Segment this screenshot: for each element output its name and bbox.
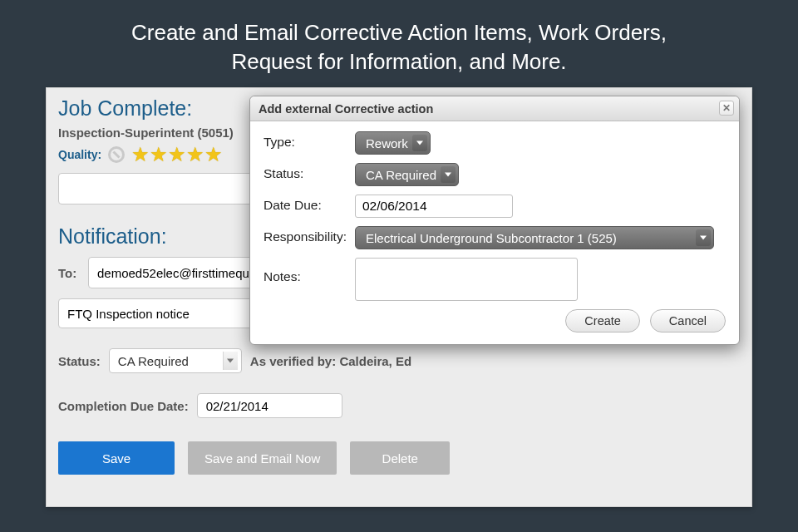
status-row: Status: CA Required As verified by: Cald… (58, 348, 740, 373)
responsibility-select-value: Electrical Underground Subcontractor 1 (… (366, 231, 617, 245)
banner-line-1: Create and Email Corrective Action Items… (131, 20, 667, 45)
modal-status-select[interactable]: CA Required (355, 163, 459, 186)
responsibility-select[interactable]: Electrical Underground Subcontractor 1 (… (355, 226, 714, 249)
notes-textarea[interactable] (355, 258, 578, 301)
create-button[interactable]: Create (565, 309, 640, 332)
save-button[interactable]: Save (58, 441, 175, 475)
completion-due-row: Completion Due Date: (58, 393, 740, 418)
completion-due-input[interactable] (197, 393, 342, 418)
star-icon[interactable]: ★ (168, 145, 186, 165)
completion-due-label: Completion Due Date: (58, 399, 189, 413)
marketing-banner: Create and Email Corrective Action Items… (0, 0, 798, 91)
star-icon[interactable]: ★ (204, 145, 223, 165)
date-due-input[interactable] (355, 195, 513, 218)
delete-button[interactable]: Delete (350, 441, 450, 475)
status-select[interactable]: CA Required (109, 348, 242, 373)
chevron-down-icon (412, 135, 427, 151)
to-label: To: (58, 266, 81, 280)
type-select-value: Rework (366, 136, 408, 150)
quality-label: Quality: (58, 148, 101, 161)
star-icon[interactable]: ★ (131, 145, 150, 165)
modal-actions: Create Cancel (264, 309, 726, 332)
status-label: Status: (58, 354, 101, 368)
clear-rating-icon[interactable] (108, 146, 125, 163)
type-label: Type: (264, 131, 355, 150)
close-icon[interactable]: ✕ (719, 101, 734, 116)
add-corrective-action-modal: Add external Corrective action ✕ Type: R… (249, 96, 740, 345)
date-due-label: Date Due: (264, 195, 355, 213)
star-icon[interactable]: ★ (150, 145, 168, 165)
chevron-down-icon (696, 229, 711, 246)
action-bar: Save Save and Email Now Delete (58, 441, 740, 475)
modal-body: Type: Rework Status: CA Required Date Du… (250, 121, 739, 344)
modal-header: Add external Corrective action ✕ (250, 96, 739, 121)
star-rating[interactable]: ★ ★ ★ ★ ★ (131, 145, 223, 165)
chevron-down-icon (223, 352, 238, 370)
modal-status-select-value: CA Required (366, 168, 436, 182)
modal-title: Add external Corrective action (259, 102, 433, 116)
banner-line-2: Request for Information, and More. (231, 49, 566, 74)
status-select-value: CA Required (118, 354, 189, 368)
modal-status-label: Status: (264, 163, 355, 181)
star-icon[interactable]: ★ (186, 145, 204, 165)
chevron-down-icon (441, 166, 456, 183)
type-select[interactable]: Rework (355, 131, 431, 155)
save-and-email-button[interactable]: Save and Email Now (188, 441, 337, 475)
responsibility-label: Responsibility: (264, 226, 355, 244)
notes-label: Notes: (264, 258, 355, 284)
verified-by-text: As verified by: Caldeira, Ed (250, 354, 411, 368)
cancel-button[interactable]: Cancel (650, 309, 726, 332)
